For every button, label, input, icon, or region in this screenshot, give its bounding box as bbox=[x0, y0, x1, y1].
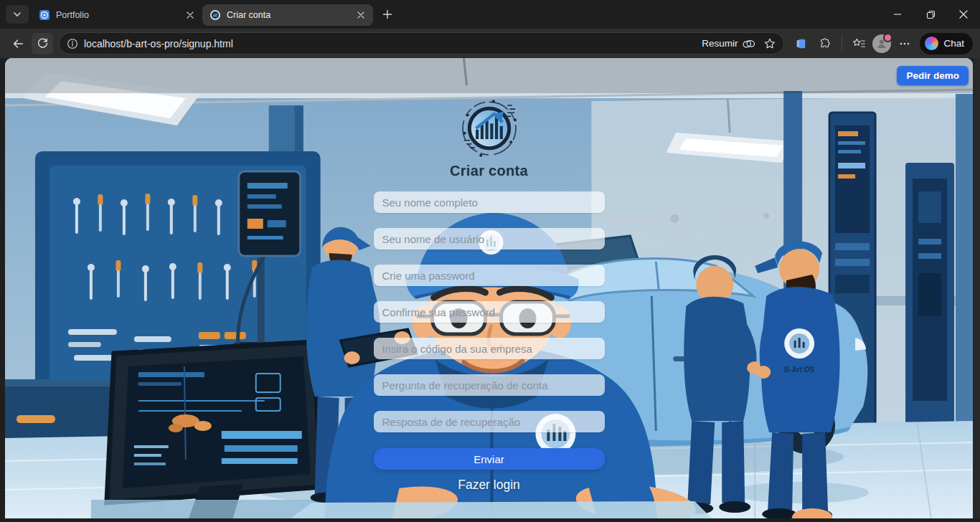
copilot-chat-button[interactable]: Chat bbox=[920, 33, 973, 54]
browser-toolbar: localhost/b-art-os-pro/signup.html Resum… bbox=[0, 29, 980, 58]
address-bar[interactable]: localhost/b-art-os-pro/signup.html Resum… bbox=[59, 32, 784, 54]
chat-label: Chat bbox=[943, 38, 964, 49]
back-button[interactable] bbox=[7, 33, 29, 54]
chevron-down-icon bbox=[12, 9, 22, 19]
back-icon bbox=[11, 37, 24, 50]
tab-strip: Portfolio Criar conta bbox=[0, 0, 980, 29]
bookmark-star-icon[interactable] bbox=[763, 37, 776, 50]
reload-icon bbox=[37, 37, 49, 49]
username-input[interactable] bbox=[374, 228, 605, 250]
collections-button[interactable] bbox=[790, 33, 811, 54]
company-code-input[interactable] bbox=[374, 338, 605, 359]
tab-portfolio[interactable]: Portfolio bbox=[32, 4, 202, 26]
recovery-question-input[interactable] bbox=[374, 374, 605, 396]
browser-window: Portfolio Criar conta bbox=[0, 0, 980, 522]
criar-conta-favicon bbox=[209, 9, 221, 21]
extensions-puzzle-icon bbox=[819, 37, 831, 50]
tab-criar-conta[interactable]: Criar conta bbox=[202, 4, 373, 26]
tab-close-icon[interactable] bbox=[184, 9, 197, 22]
request-demo-button[interactable]: Pedir demo bbox=[897, 66, 969, 85]
settings-menu-button[interactable] bbox=[894, 33, 915, 54]
summarize-button[interactable]: Resumir bbox=[702, 37, 756, 50]
tab-search-button[interactable] bbox=[6, 5, 29, 24]
b-art-os-logo bbox=[459, 98, 519, 158]
profile-notification-dot bbox=[883, 33, 892, 42]
portfolio-favicon bbox=[39, 9, 50, 21]
page-header: Pedir demo bbox=[5, 58, 973, 93]
page-viewport: B-Art OS bbox=[5, 58, 973, 518]
password-input[interactable] bbox=[374, 265, 605, 286]
restore-button[interactable] bbox=[914, 0, 947, 29]
submit-button[interactable]: Enviar bbox=[374, 448, 605, 470]
ellipsis-icon bbox=[899, 38, 910, 49]
close-window-button[interactable] bbox=[947, 0, 980, 29]
minimize-button[interactable] bbox=[881, 0, 914, 29]
url-text[interactable]: localhost/b-art-os-pro/signup.html bbox=[84, 38, 702, 49]
shirt-back-badge-text: B-Art OS bbox=[784, 366, 814, 374]
window-controls bbox=[881, 0, 980, 29]
tab-close-icon[interactable] bbox=[354, 9, 367, 22]
favorites-button[interactable] bbox=[848, 33, 870, 54]
tab-title: Portfolio bbox=[56, 10, 184, 20]
toolbar-divider bbox=[842, 37, 842, 51]
recovery-answer-input[interactable] bbox=[374, 411, 605, 432]
confirm-password-input[interactable] bbox=[374, 301, 605, 323]
tab-title: Criar conta bbox=[227, 10, 354, 20]
signup-form: Criar conta Enviar Fazer login bbox=[374, 98, 605, 493]
copilot-orb-icon bbox=[925, 37, 938, 50]
favorites-list-icon bbox=[852, 37, 866, 50]
extensions-button[interactable] bbox=[814, 33, 836, 54]
fullname-input[interactable] bbox=[374, 191, 605, 213]
site-info-icon[interactable] bbox=[67, 38, 78, 49]
page-scrollbar[interactable] bbox=[973, 58, 980, 518]
summarize-label: Resumir bbox=[702, 38, 738, 49]
form-title: Criar conta bbox=[374, 163, 605, 179]
reload-button[interactable] bbox=[32, 33, 53, 54]
login-link[interactable]: Fazer login bbox=[374, 478, 605, 493]
new-tab-button[interactable] bbox=[377, 4, 397, 24]
collections-icon bbox=[794, 37, 807, 50]
copilot-icon bbox=[742, 37, 756, 50]
profile-avatar[interactable] bbox=[872, 34, 891, 53]
